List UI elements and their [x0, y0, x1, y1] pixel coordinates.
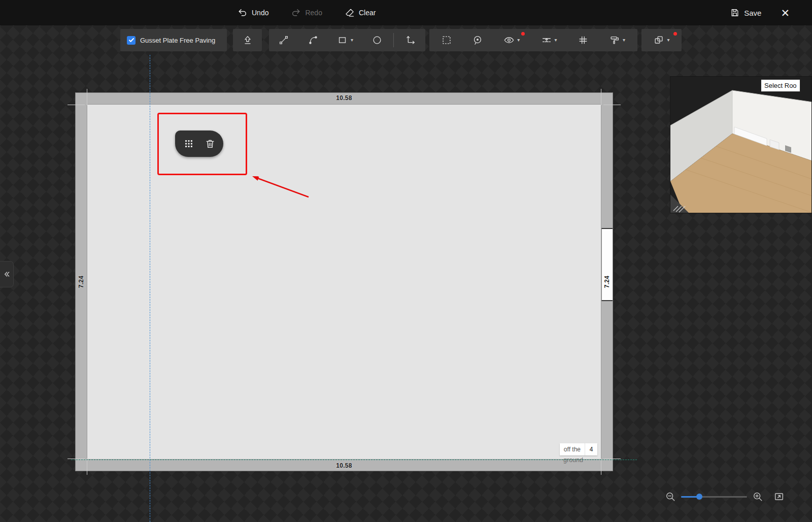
line-tool-button[interactable] — [269, 29, 298, 51]
eraser-icon — [345, 8, 355, 18]
measure-axis-icon — [404, 35, 416, 46]
save-button[interactable]: Save — [730, 8, 761, 18]
notification-dot — [521, 32, 525, 36]
area-measure-button[interactable] — [463, 29, 492, 51]
circle-icon — [371, 35, 383, 46]
offset-label-2: ground — [563, 456, 583, 464]
component-panel: ▾ — [641, 29, 682, 51]
notification-dot — [673, 32, 677, 36]
marquee-icon — [441, 35, 452, 46]
zoom-slider-thumb[interactable] — [696, 494, 702, 500]
undo-button[interactable]: Undo — [238, 8, 268, 18]
dimension-tick — [603, 105, 621, 105]
redo-button[interactable]: Redo — [291, 8, 322, 18]
paving-checkbox[interactable] — [127, 36, 136, 45]
grid-toggle-button[interactable] — [568, 29, 598, 51]
fit-view-icon — [773, 491, 785, 502]
components-icon — [653, 35, 664, 46]
paving-toggle-panel: Gusset Plate Free Paving — [120, 29, 227, 51]
zoom-in-button[interactable] — [751, 490, 764, 503]
elevation-button[interactable]: ▾ — [531, 29, 567, 51]
select-room-tooltip: Select Roo — [761, 79, 800, 92]
redo-label: Redo — [305, 9, 322, 17]
double-chevron-left-icon — [3, 270, 11, 278]
dimension-right-label: 7.24 — [603, 276, 611, 288]
clear-button[interactable]: Clear — [345, 8, 376, 18]
component-library-button[interactable]: ▾ — [641, 29, 682, 51]
zoom-controls — [664, 486, 786, 507]
view-tools-panel: ▾ ▾ ▾ — [429, 29, 637, 51]
wall-opening[interactable] — [601, 228, 613, 301]
vertical-guide-line — [150, 55, 150, 522]
toolbar-divider — [393, 33, 394, 47]
zoom-in-icon — [752, 491, 763, 502]
marquee-select-button[interactable] — [432, 29, 461, 51]
upload-icon — [242, 35, 253, 46]
preview-resize-handle[interactable] — [670, 192, 691, 213]
circle-tool-button[interactable] — [362, 29, 392, 51]
redo-icon — [291, 8, 301, 18]
resize-grip-icon — [670, 192, 691, 213]
dimension-tick — [67, 105, 85, 105]
dimension-bottom-label: 10.58 — [76, 462, 613, 469]
chevron-down-icon: ▾ — [623, 38, 625, 43]
floor-plan[interactable]: 10.58 10.58 7.24 7.24 off the 4 ground — [75, 92, 613, 471]
save-label: Save — [744, 9, 761, 17]
dimension-tick — [67, 459, 85, 459]
paint-roller-icon — [609, 35, 620, 46]
line-icon — [278, 35, 289, 46]
app-root: Undo Redo Clear Save ✕ — [0, 0, 812, 522]
horizontal-guide-line — [71, 460, 637, 460]
chevron-down-icon: ▾ — [517, 38, 520, 43]
save-icon — [730, 8, 740, 18]
measure-tool-button[interactable] — [395, 29, 425, 51]
material-button[interactable]: ▾ — [599, 29, 635, 51]
dimension-tick — [603, 459, 621, 459]
eye-icon — [503, 35, 515, 46]
tool-row: Gusset Plate Free Paving ▾ — [0, 29, 812, 51]
grid-icon — [578, 35, 589, 46]
annotation-arrow — [244, 169, 315, 201]
fit-view-button[interactable] — [772, 490, 786, 503]
offset-widget: off the 4 — [560, 443, 597, 455]
elevation-icon — [541, 35, 552, 46]
visibility-button[interactable]: ▾ — [494, 29, 529, 51]
preview-3d-panel[interactable] — [670, 76, 812, 213]
dimension-top-label: 10.58 — [76, 94, 613, 102]
zoom-out-button[interactable] — [664, 490, 677, 503]
topbar: Undo Redo Clear Save ✕ — [0, 0, 812, 25]
offset-label: off the — [560, 443, 585, 455]
zoom-out-icon — [665, 491, 676, 502]
undo-icon — [238, 8, 248, 18]
area-measure-icon — [472, 35, 483, 46]
close-button[interactable]: ✕ — [781, 8, 790, 18]
undo-label: Undo — [252, 9, 268, 17]
check-icon — [128, 37, 134, 43]
chevron-down-icon: ▾ — [555, 38, 557, 43]
chevron-down-icon: ▾ — [667, 38, 669, 43]
paving-checkbox-label: Gusset Plate Free Paving — [140, 37, 215, 44]
arc-icon — [308, 35, 319, 46]
history-controls: Undo Redo Clear — [238, 0, 376, 25]
collapse-sidebar-button[interactable] — [0, 261, 14, 287]
import-button[interactable] — [233, 29, 262, 51]
import-panel — [233, 29, 262, 51]
chevron-down-icon: ▾ — [351, 38, 353, 43]
topbar-right: Save ✕ — [730, 0, 790, 25]
zoom-slider[interactable] — [681, 494, 747, 500]
draw-tools-panel: ▾ — [269, 29, 425, 51]
clear-label: Clear — [359, 9, 376, 17]
room-3d-view — [670, 77, 812, 213]
offset-input[interactable]: 4 — [585, 443, 597, 455]
rectangle-icon — [337, 35, 348, 46]
arc-tool-button[interactable] — [298, 29, 328, 51]
rectangle-tool-button[interactable]: ▾ — [328, 29, 362, 51]
annotation-rectangle — [157, 113, 247, 175]
dimension-left-label: 7.24 — [78, 276, 85, 288]
